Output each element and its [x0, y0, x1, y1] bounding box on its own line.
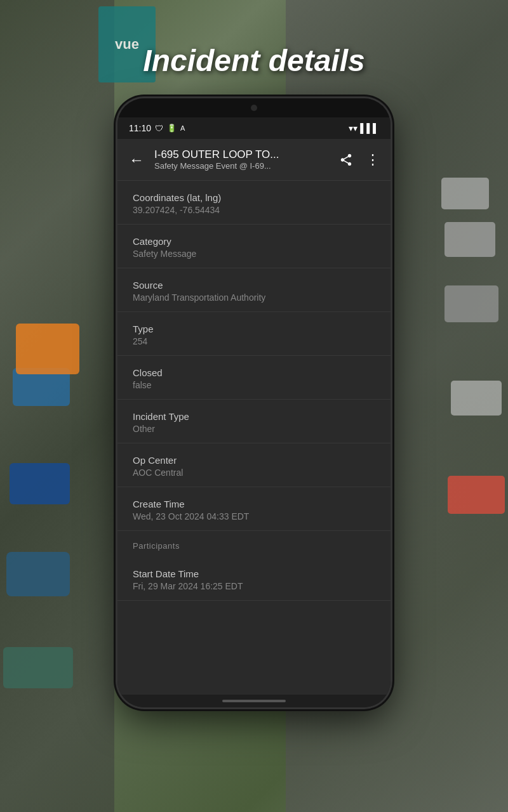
app-bar-subtitle: Safety Message Event @ I-69...: [154, 161, 329, 171]
incident-type-value: Other: [133, 424, 375, 434]
app-bar-actions: ⋮: [334, 147, 384, 173]
detail-incident-type: Incident Type Other: [117, 400, 391, 443]
data-icon: A: [180, 124, 185, 132]
start-date-time-label: Start Date Time: [133, 568, 375, 579]
app-bar: ← I-695 OUTER LOOP TO... Safety Message …: [117, 139, 391, 181]
share-icon: [339, 153, 353, 167]
app-bar-title: I-695 OUTER LOOP TO...: [154, 148, 329, 161]
status-time: 11:10: [129, 123, 151, 133]
camera-dot: [251, 105, 257, 111]
source-label: Source: [133, 280, 375, 291]
home-indicator: [222, 700, 286, 702]
detail-op-center: Op Center AOC Central: [117, 443, 391, 487]
content-area[interactable]: Coordinates (lat, lng) 39.207424, -76.54…: [117, 181, 391, 695]
detail-category: Category Safety Message: [117, 225, 391, 268]
detail-coordinates: Coordinates (lat, lng) 39.207424, -76.54…: [117, 181, 391, 225]
create-time-value: Wed, 23 Oct 2024 04:33 EDT: [133, 511, 375, 521]
coordinates-label: Coordinates (lat, lng): [133, 192, 375, 203]
closed-value: false: [133, 380, 375, 390]
status-right: ▾▾ ▌▌▌: [349, 123, 379, 133]
category-label: Category: [133, 236, 375, 247]
detail-start-date-time: Start Date Time Fri, 29 Mar 2024 16:25 E…: [117, 557, 391, 601]
phone-top-notch: [117, 98, 391, 117]
back-arrow-icon: ←: [129, 151, 144, 169]
bottom-padding: [117, 601, 391, 626]
shield-icon: 🛡: [155, 124, 163, 133]
wifi-icon: ▾▾: [349, 123, 358, 133]
op-center-value: AOC Central: [133, 468, 375, 478]
status-left: 11:10 🛡 🔋 A: [129, 123, 185, 133]
coordinates-value: 39.207424, -76.54434: [133, 205, 375, 215]
type-value: 254: [133, 336, 375, 346]
detail-type: Type 254: [117, 312, 391, 356]
detail-source: Source Maryland Transportation Authority: [117, 268, 391, 312]
share-button[interactable]: [334, 148, 358, 172]
page-title: Incident details: [0, 43, 508, 78]
phone-frame: 11:10 🛡 🔋 A ▾▾ ▌▌▌ ← I-695 OUTER LOOP TO…: [117, 98, 391, 707]
detail-create-time: Create Time Wed, 23 Oct 2024 04:33 EDT: [117, 487, 391, 531]
participants-header: Participants: [117, 531, 391, 557]
start-date-time-value: Fri, 29 Mar 2024 16:25 EDT: [133, 581, 375, 591]
type-label: Type: [133, 324, 375, 334]
battery-icon: 🔋: [167, 124, 177, 133]
op-center-label: Op Center: [133, 455, 375, 466]
source-value: Maryland Transportation Authority: [133, 292, 375, 303]
create-time-label: Create Time: [133, 499, 375, 509]
signal-icon: ▌▌▌: [360, 123, 379, 133]
category-value: Safety Message: [133, 249, 375, 259]
status-bar: 11:10 🛡 🔋 A ▾▾ ▌▌▌: [117, 117, 391, 139]
back-button[interactable]: ←: [124, 146, 149, 174]
phone-bottom-bar: [117, 695, 391, 707]
more-options-icon: ⋮: [366, 152, 379, 168]
app-bar-titles: I-695 OUTER LOOP TO... Safety Message Ev…: [154, 148, 329, 171]
closed-label: Closed: [133, 367, 375, 378]
incident-type-label: Incident Type: [133, 411, 375, 422]
detail-closed: Closed false: [117, 356, 391, 400]
more-options-button[interactable]: ⋮: [361, 147, 384, 173]
